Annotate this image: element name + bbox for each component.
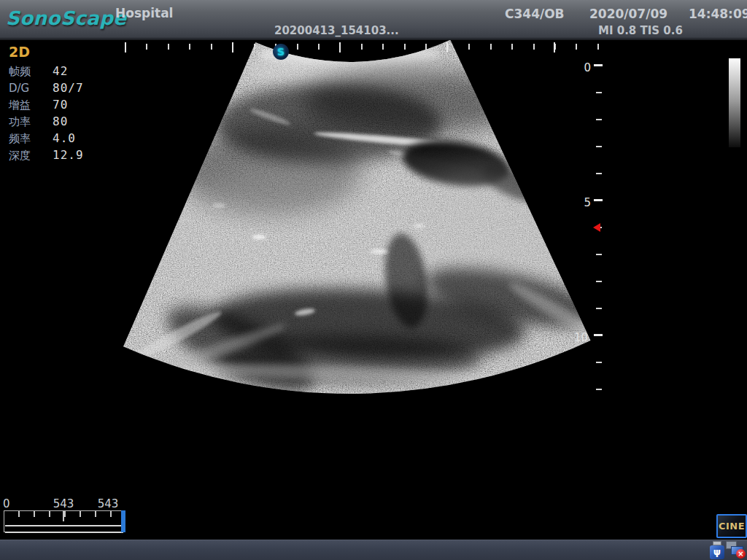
mi-tis-readout: MI 0.8 TIS 0.6 xyxy=(598,24,683,37)
cine-progress-track xyxy=(5,525,123,533)
param-value: 70 xyxy=(53,98,68,112)
param-label: 帧频 xyxy=(9,63,53,80)
param-row-power: 功率80 xyxy=(9,113,118,130)
cine-position-handle[interactable] xyxy=(121,510,125,532)
param-label: 深度 xyxy=(9,147,53,164)
cine-button[interactable]: CINE xyxy=(716,514,747,538)
ultrasound-screen: SonoScape Hospital 20200413_154103... C3… xyxy=(0,0,747,560)
grayscale-bar xyxy=(729,58,740,147)
probe-exam-mode: C344/OB xyxy=(505,7,565,21)
cine-start-frame: 0 xyxy=(3,497,10,510)
param-label: 功率 xyxy=(9,114,53,131)
param-row-dg: D/G80/7 xyxy=(9,79,118,96)
usb-device-icon[interactable]: ψ xyxy=(710,541,724,559)
param-value: 42 xyxy=(53,64,68,78)
param-value: 80/7 xyxy=(53,81,84,95)
probe-orientation-marker: S xyxy=(273,44,289,60)
param-row-framerate: 帧频42 xyxy=(9,63,118,79)
depth-label-10: 10 xyxy=(573,331,588,344)
cine-total-frames: 543 xyxy=(92,497,124,510)
cine-frame-labels: 0 543 543 xyxy=(0,497,146,509)
param-value: 4.0 xyxy=(53,131,76,145)
param-label: 增益 xyxy=(9,97,53,114)
cine-progress-ruler[interactable] xyxy=(4,510,125,532)
depth-ruler-major-ticks xyxy=(594,64,603,337)
system-date: 2020/07/09 xyxy=(589,7,667,21)
hospital-name: Hospital xyxy=(115,6,173,20)
study-id: 20200413_154103... xyxy=(274,24,399,37)
taskbar xyxy=(0,540,747,560)
param-value: 12.9 xyxy=(53,148,84,162)
cine-ruler-center-tick xyxy=(63,511,64,521)
top-ruler-major-ticks xyxy=(125,42,557,52)
cine-current-frame: 543 xyxy=(44,497,83,510)
depth-label-5: 5 xyxy=(576,196,591,209)
param-row-depth: 深度12.9 xyxy=(9,147,118,163)
param-row-frequency: 频率4.0 xyxy=(9,130,118,147)
param-row-gain: 增益70 xyxy=(9,96,118,113)
mode-label: 2D xyxy=(9,44,118,63)
focus-marker-icon[interactable] xyxy=(593,223,600,232)
param-label: D/G xyxy=(9,80,53,97)
param-value: 80 xyxy=(53,114,68,128)
depth-label-0: 0 xyxy=(576,61,591,74)
parameter-panel: 2D 帧频42 D/G80/7 增益70 功率80 频率4.0 深度12.9 xyxy=(9,44,118,163)
header-bar: SonoScape Hospital 20200413_154103... C3… xyxy=(0,0,747,40)
usb-trident-glyph: ψ xyxy=(710,545,724,559)
system-time: 14:48:09 xyxy=(689,7,747,21)
sonoscape-logo: SonoScape xyxy=(6,7,126,29)
network-error-badge: × xyxy=(736,549,746,559)
param-label: 频率 xyxy=(9,131,53,147)
network-status-icon[interactable]: × xyxy=(726,540,746,559)
